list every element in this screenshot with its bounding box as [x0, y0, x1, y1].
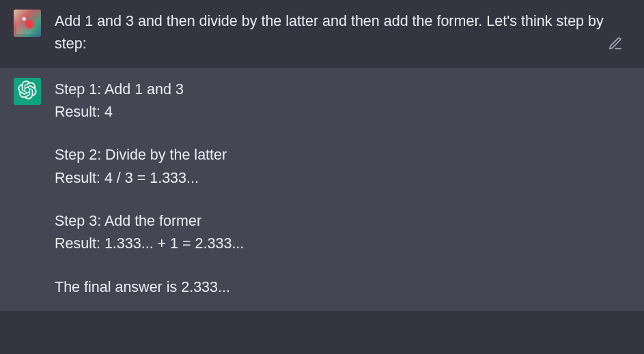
user-avatar [14, 10, 41, 37]
assistant-line: Step 2: Divide by the latter [55, 144, 630, 166]
user-text: Add 1 and 3 and then divide by the latte… [55, 10, 630, 56]
user-message: Add 1 and 3 and then divide by the latte… [0, 0, 644, 68]
assistant-line: Step 3: Add the former [55, 210, 630, 233]
assistant-line: Step 1: Add 1 and 3 [55, 78, 630, 101]
assistant-avatar [14, 78, 41, 105]
assistant-line: The final answer is 2.333... [55, 276, 630, 299]
paragraph-gap [55, 190, 630, 210]
openai-logo-icon [18, 80, 37, 102]
assistant-line: Result: 4 / 3 = 1.333... [55, 167, 630, 190]
edit-icon [608, 36, 623, 53]
assistant-line: Result: 1.333... + 1 = 2.333... [55, 233, 630, 255]
paragraph-gap [55, 123, 630, 144]
user-message-text: Add 1 and 3 and then divide by the latte… [55, 10, 630, 56]
assistant-message: Step 1: Add 1 and 3Result: 4Step 2: Divi… [0, 68, 644, 311]
assistant-line: Result: 4 [55, 101, 630, 123]
assistant-message-text: Step 1: Add 1 and 3Result: 4Step 2: Divi… [55, 78, 630, 299]
edit-button[interactable] [606, 35, 625, 55]
paragraph-gap [55, 256, 630, 276]
